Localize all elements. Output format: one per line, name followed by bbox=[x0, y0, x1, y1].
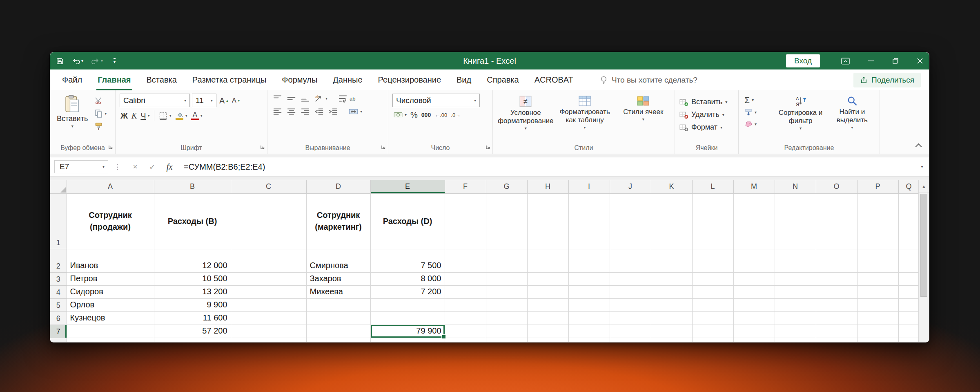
cell-b1[interactable]: Расходы (B) bbox=[154, 193, 231, 249]
cell[interactable] bbox=[651, 325, 692, 338]
formula-bar-splitter[interactable]: ⋮ bbox=[114, 163, 121, 171]
row-header-2[interactable]: 2 bbox=[50, 249, 67, 272]
cell[interactable] bbox=[486, 298, 527, 311]
cell[interactable] bbox=[154, 338, 231, 343]
cell[interactable] bbox=[527, 298, 568, 311]
scroll-up-icon[interactable]: ▲ bbox=[919, 180, 929, 193]
cell-e1[interactable]: Расходы (D) bbox=[370, 193, 445, 249]
cell-d3[interactable]: Захаров bbox=[306, 272, 370, 285]
cell[interactable] bbox=[610, 325, 651, 338]
cell-d2[interactable]: Смирнова bbox=[306, 249, 370, 272]
cell[interactable] bbox=[898, 272, 919, 285]
cell[interactable] bbox=[692, 298, 733, 311]
borders-button[interactable]: ▾ bbox=[158, 111, 172, 121]
dialog-launcher-icon[interactable] bbox=[260, 144, 265, 151]
cell-c1[interactable] bbox=[231, 193, 306, 249]
cell[interactable] bbox=[692, 325, 733, 338]
cell[interactable] bbox=[445, 311, 486, 325]
align-center-button[interactable] bbox=[285, 107, 297, 116]
minimize-icon[interactable] bbox=[868, 58, 874, 64]
merge-center-button[interactable]: ▾ bbox=[347, 107, 363, 116]
redo-button[interactable]: ▾ bbox=[91, 57, 103, 65]
cell-d6[interactable] bbox=[306, 311, 370, 325]
decrease-font-button[interactable]: А▾ bbox=[231, 97, 241, 104]
tab-help[interactable]: Справка bbox=[479, 69, 526, 90]
accounting-format-button[interactable]: ▾ bbox=[392, 110, 408, 119]
underline-button[interactable]: Ч▾ bbox=[140, 111, 150, 120]
cell-c4[interactable] bbox=[231, 285, 306, 298]
tab-data[interactable]: Данные bbox=[325, 69, 370, 90]
cell[interactable] bbox=[610, 298, 651, 311]
cell[interactable] bbox=[486, 338, 527, 343]
tab-view[interactable]: Вид bbox=[449, 69, 479, 90]
restore-icon[interactable] bbox=[892, 58, 899, 64]
cell[interactable] bbox=[568, 325, 610, 338]
cell[interactable] bbox=[527, 193, 568, 249]
cell[interactable] bbox=[857, 298, 898, 311]
tab-page-layout[interactable]: Разметка страницы bbox=[185, 69, 274, 90]
cell[interactable] bbox=[445, 285, 486, 298]
cell[interactable] bbox=[692, 193, 733, 249]
select-all-corner[interactable] bbox=[50, 180, 67, 193]
cell[interactable] bbox=[816, 311, 857, 325]
cell-b6[interactable]: 11 600 bbox=[154, 311, 231, 325]
fill-color-button[interactable]: ▾ bbox=[174, 111, 188, 120]
column-header-f[interactable]: F bbox=[445, 180, 486, 193]
cell[interactable] bbox=[733, 325, 775, 338]
column-header-c[interactable]: C bbox=[231, 180, 306, 193]
increase-indent-button[interactable] bbox=[327, 107, 339, 116]
cell[interactable] bbox=[857, 272, 898, 285]
sign-in-button[interactable]: Вход bbox=[786, 54, 820, 67]
cell[interactable] bbox=[527, 311, 568, 325]
column-header-q[interactable]: Q bbox=[898, 180, 919, 193]
column-header-m[interactable]: M bbox=[733, 180, 775, 193]
cell-e4[interactable]: 7 200 bbox=[370, 285, 445, 298]
cell-d5[interactable] bbox=[306, 298, 370, 311]
tab-review[interactable]: Рецензирование bbox=[370, 69, 449, 90]
cell[interactable] bbox=[651, 285, 692, 298]
column-header-a[interactable]: A bbox=[67, 180, 154, 193]
cut-button[interactable] bbox=[94, 96, 107, 105]
cell[interactable] bbox=[568, 338, 610, 343]
cell-c3[interactable] bbox=[231, 272, 306, 285]
column-header-k[interactable]: K bbox=[651, 180, 692, 193]
tab-insert[interactable]: Вставка bbox=[139, 69, 185, 90]
cell[interactable] bbox=[733, 285, 775, 298]
copy-button[interactable]: ▾ bbox=[94, 109, 107, 118]
number-format-combobox[interactable]: Числовой▾ bbox=[392, 94, 480, 107]
close-icon[interactable] bbox=[917, 58, 923, 64]
cell[interactable] bbox=[527, 272, 568, 285]
format-cells-button[interactable]: Формат ▾ bbox=[679, 123, 735, 132]
name-box[interactable]: E7 ▾ bbox=[54, 160, 108, 173]
cell[interactable] bbox=[445, 298, 486, 311]
cell-c7[interactable] bbox=[231, 325, 306, 338]
cell-b3[interactable]: 10 500 bbox=[154, 272, 231, 285]
cell-a4[interactable]: Сидоров bbox=[67, 285, 154, 298]
cell[interactable] bbox=[486, 249, 527, 272]
cell[interactable] bbox=[898, 325, 919, 338]
cell-a3[interactable]: Петров bbox=[67, 272, 154, 285]
cell-e5[interactable] bbox=[370, 298, 445, 311]
tab-formulas[interactable]: Формулы bbox=[274, 69, 325, 90]
cell-d7[interactable] bbox=[306, 325, 370, 338]
column-header-g[interactable]: G bbox=[486, 180, 527, 193]
cell[interactable] bbox=[692, 272, 733, 285]
cell[interactable] bbox=[651, 249, 692, 272]
bold-button[interactable]: Ж bbox=[120, 111, 129, 120]
cell[interactable] bbox=[857, 325, 898, 338]
cell[interactable] bbox=[816, 298, 857, 311]
cell[interactable] bbox=[568, 285, 610, 298]
cell-b7[interactable]: 57 200 bbox=[154, 325, 231, 338]
cell[interactable] bbox=[692, 285, 733, 298]
cell[interactable] bbox=[568, 311, 610, 325]
column-header-n[interactable]: N bbox=[775, 180, 816, 193]
cell[interactable] bbox=[610, 193, 651, 249]
tell-me-box[interactable]: Что вы хотите сделать? bbox=[600, 75, 697, 85]
column-header-d[interactable]: D bbox=[306, 180, 370, 193]
cell[interactable] bbox=[816, 325, 857, 338]
format-as-table-button[interactable]: Форматировать как таблицу ▾ bbox=[557, 94, 613, 131]
cell-c5[interactable] bbox=[231, 298, 306, 311]
cell[interactable] bbox=[775, 325, 816, 338]
cell-b2[interactable]: 12 000 bbox=[154, 249, 231, 272]
cancel-icon[interactable]: × bbox=[127, 162, 144, 171]
